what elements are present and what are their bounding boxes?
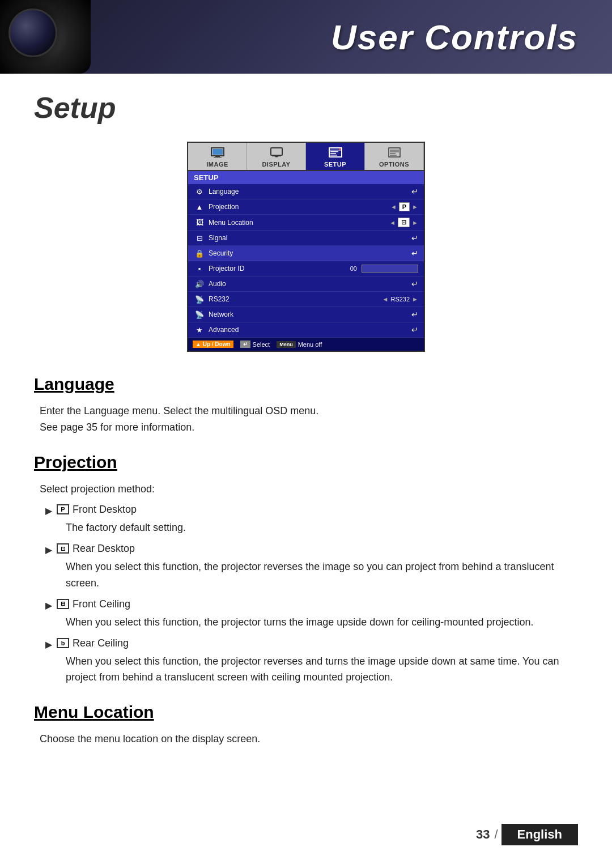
osd-item-projection[interactable]: ▲ Projection ◄ P ► bbox=[188, 199, 424, 215]
page-header: User Controls bbox=[0, 0, 612, 74]
rear-desktop-icon: ⊡ bbox=[57, 543, 69, 554]
select-label: Select bbox=[253, 341, 270, 348]
rs232-label: RS232 bbox=[209, 295, 382, 303]
setup-tab-label: SETUP bbox=[324, 161, 346, 168]
security-value: ↵ bbox=[411, 249, 418, 258]
osd-item-security[interactable]: 🔒 Security ↵ bbox=[188, 246, 424, 261]
osd-wrapper: IMAGE DISPLAY bbox=[34, 142, 578, 352]
menu-key: Menu bbox=[277, 341, 296, 348]
audio-value: ↵ bbox=[411, 279, 418, 288]
image-tab-icon bbox=[211, 147, 224, 160]
osd-tab-options[interactable]: OPTIONS bbox=[365, 143, 424, 170]
osd-item-network[interactable]: 📡 Network ↵ bbox=[188, 307, 424, 322]
osd-tab-display[interactable]: DISPLAY bbox=[247, 143, 306, 170]
osd-section-header: SETUP bbox=[188, 171, 424, 184]
osd-footer-select: ↵ Select bbox=[240, 341, 270, 348]
rear-desktop-desc: When you select this function, the proje… bbox=[66, 559, 578, 592]
audio-label: Audio bbox=[209, 280, 411, 288]
svg-rect-2 bbox=[214, 157, 222, 158]
image-tab-label: IMAGE bbox=[206, 161, 228, 168]
advanced-value: ↵ bbox=[411, 325, 418, 334]
osd-tab-setup[interactable]: SETUP bbox=[306, 143, 365, 170]
projection-value: ◄ P ► bbox=[390, 202, 418, 211]
projector-id-label: Projector ID bbox=[209, 265, 350, 273]
page-footer: 33 / English bbox=[476, 824, 578, 845]
language-label: Language bbox=[209, 188, 411, 195]
osd-item-advanced[interactable]: ★ Advanced ↵ bbox=[188, 322, 424, 338]
main-content: Setup IMAGE bbox=[0, 74, 612, 770]
language-body: Enter the Language menu. Select the mult… bbox=[40, 403, 578, 436]
bullet-rear-desktop: ▶ ⊡ Rear Desktop bbox=[45, 543, 578, 555]
bullet-arrow-4: ▶ bbox=[45, 639, 52, 650]
footer-separator: / bbox=[494, 827, 498, 842]
language-value: ↵ bbox=[411, 187, 418, 196]
osd-tabs: IMAGE DISPLAY bbox=[188, 143, 424, 171]
osd-tab-image[interactable]: IMAGE bbox=[188, 143, 247, 170]
signal-value: ↵ bbox=[411, 233, 418, 242]
svg-point-6 bbox=[275, 156, 278, 158]
setup-tab-icon bbox=[329, 147, 342, 160]
rear-ceiling-label: Rear Ceiling bbox=[73, 637, 129, 649]
section-setup-title: Setup bbox=[34, 91, 578, 125]
rs232-icon: 📡 bbox=[194, 295, 205, 304]
svg-rect-1 bbox=[215, 156, 220, 157]
menu-location-icon: 🖼 bbox=[194, 218, 205, 227]
signal-icon: ⊟ bbox=[194, 233, 205, 242]
projector-id-icon: ▪ bbox=[194, 264, 205, 273]
osd-item-menu-location[interactable]: 🖼 Menu Location ◄ ⊡ ► bbox=[188, 215, 424, 231]
signal-label: Signal bbox=[209, 234, 411, 242]
select-key: ↵ bbox=[240, 341, 250, 348]
osd-footer: ▲ Up / Down ↵ Select Menu Menu off bbox=[188, 338, 424, 351]
advanced-icon: ★ bbox=[194, 325, 205, 334]
front-desktop-desc: The factory default setting. bbox=[66, 520, 578, 536]
menu-location-body: Choose the menu location on the display … bbox=[40, 731, 578, 747]
updown-key: ▲ Up / Down bbox=[193, 341, 233, 348]
projection-icon: ▲ bbox=[194, 202, 205, 211]
osd-item-signal[interactable]: ⊟ Signal ↵ bbox=[188, 231, 424, 246]
osd-footer-updown: ▲ Up / Down bbox=[193, 341, 233, 348]
camera-decoration bbox=[0, 0, 91, 74]
display-tab-icon bbox=[270, 147, 283, 160]
menu-location-value: ◄ ⊡ ► bbox=[389, 218, 418, 227]
audio-icon: 🔊 bbox=[194, 279, 205, 288]
rear-ceiling-icon: b bbox=[57, 638, 69, 648]
osd-item-projector-id[interactable]: ▪ Projector ID 00 bbox=[188, 261, 424, 276]
bullet-arrow-2: ▶ bbox=[45, 544, 52, 555]
security-icon: 🔒 bbox=[194, 249, 205, 258]
svg-rect-11 bbox=[330, 153, 336, 154]
security-label: Security bbox=[209, 249, 411, 257]
svg-rect-13 bbox=[389, 148, 400, 157]
front-desktop-icon: P bbox=[57, 504, 69, 514]
svg-rect-4 bbox=[271, 148, 282, 155]
osd-item-audio[interactable]: 🔊 Audio ↵ bbox=[188, 276, 424, 292]
osd-panel: IMAGE DISPLAY bbox=[187, 142, 425, 352]
language-heading: Language bbox=[34, 375, 578, 394]
rear-desktop-label: Rear Desktop bbox=[73, 543, 135, 555]
rs232-value: ◄ RS232 ► bbox=[382, 296, 418, 303]
osd-footer-menu: Menu Menu off bbox=[277, 341, 322, 348]
language-icon: ⚙ bbox=[194, 187, 205, 196]
front-desktop-label: Front Desktop bbox=[73, 504, 137, 516]
language-badge: English bbox=[502, 824, 578, 845]
svg-point-9 bbox=[339, 148, 341, 150]
bullet-front-ceiling: ▶ ⊟ Front Ceiling bbox=[45, 598, 578, 611]
network-value: ↵ bbox=[411, 310, 418, 319]
menu-location-label: Menu Location bbox=[209, 219, 389, 227]
front-ceiling-label: Front Ceiling bbox=[73, 598, 130, 610]
options-tab-icon bbox=[388, 147, 401, 160]
bullet-rear-ceiling: ▶ b Rear Ceiling bbox=[45, 637, 578, 650]
page-number: 33 bbox=[476, 827, 490, 842]
network-icon: 📡 bbox=[194, 310, 205, 319]
projection-intro: Select projection method: bbox=[40, 481, 578, 497]
bullet-front-desktop: ▶ P Front Desktop bbox=[45, 504, 578, 516]
front-ceiling-icon: ⊟ bbox=[57, 599, 69, 609]
svg-rect-12 bbox=[330, 155, 337, 156]
svg-rect-10 bbox=[330, 151, 338, 152]
osd-item-language[interactable]: ⚙ Language ↵ bbox=[188, 184, 424, 199]
front-ceiling-desc: When you select this function, the proje… bbox=[66, 614, 578, 631]
options-tab-label: OPTIONS bbox=[379, 161, 409, 168]
menu-location-heading: Menu Location bbox=[34, 703, 578, 722]
osd-item-rs232[interactable]: 📡 RS232 ◄ RS232 ► bbox=[188, 292, 424, 307]
projection-label: Projection bbox=[209, 203, 390, 211]
advanced-label: Advanced bbox=[209, 326, 411, 334]
